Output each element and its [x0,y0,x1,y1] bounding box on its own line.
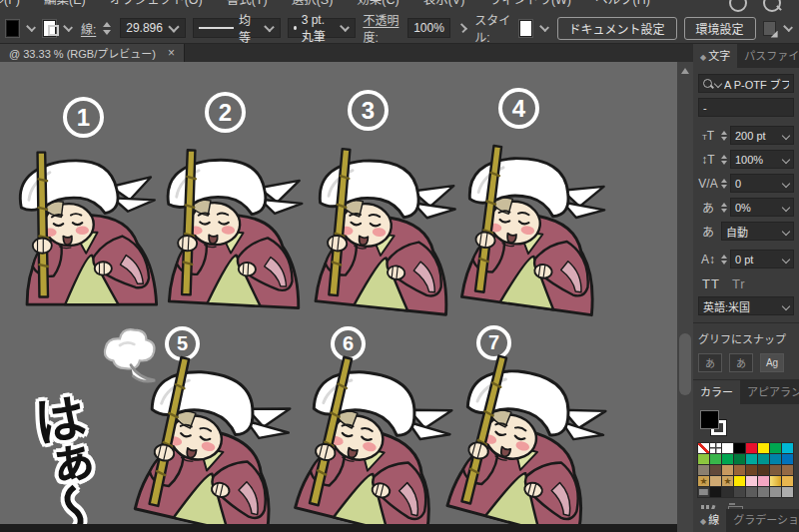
granny-figure-2[interactable] [150,141,320,312]
swatch[interactable] [734,465,745,475]
scroll-up-icon[interactable] [681,68,689,74]
chevron-right-icon[interactable] [457,23,467,33]
swatch[interactable] [734,454,745,464]
tracking-field[interactable]: 0% [730,198,794,217]
swatch[interactable] [722,487,733,497]
menu-view[interactable]: 表示(V) [423,0,465,13]
swatch[interactable] [770,487,781,497]
opacity-label[interactable]: 不透明度: [363,11,400,45]
chevron-down-icon[interactable] [782,255,790,263]
swatch[interactable] [746,465,757,475]
swatch[interactable] [782,465,793,475]
kerning-field[interactable]: 0 [730,174,794,193]
font-style-field[interactable]: - [698,98,794,117]
swatch[interactable] [698,487,709,497]
swatch[interactable] [770,476,781,486]
font-size-field[interactable]: 200 pt [730,126,794,145]
menu-select[interactable]: 選択(S) [292,0,334,13]
chevron-down-icon[interactable] [782,155,790,163]
language-field[interactable]: 英語:米国 [698,296,794,315]
chevron-down-icon[interactable] [168,21,179,32]
width-profile-field[interactable]: 均等 [193,18,281,38]
chevron-down-icon[interactable] [782,179,790,187]
swatch[interactable] [758,454,769,464]
glyph-em-button[interactable]: あ [729,353,753,372]
swatch[interactable] [710,454,721,464]
swatch[interactable] [734,487,745,497]
font-size-stepper[interactable] [721,131,727,141]
chevron-down-icon[interactable] [26,22,36,32]
stroke-weight-field[interactable]: 29.896 [120,18,186,38]
chevron-down-icon[interactable] [64,22,74,32]
chevron-down-icon[interactable] [539,22,549,32]
swatch[interactable] [722,443,733,453]
swatch[interactable] [710,476,721,486]
granny-figure-7[interactable] [426,340,634,532]
tab-pathfinder[interactable]: パスファインダ [737,44,799,68]
vertical-scrollbar[interactable] [677,62,693,532]
tracking-stepper[interactable] [721,203,727,213]
swatch[interactable] [698,443,709,453]
swatch[interactable] [698,465,709,475]
swatch[interactable] [782,443,793,453]
fill-proxy[interactable] [700,410,719,429]
chevron-down-icon[interactable] [714,79,722,87]
artboard-canvas[interactable]: 1 2 3 4 5 6 7 はぁ〜 [0,62,677,532]
brush-definition-field[interactable]: 3 pt. 丸筆 [288,18,356,38]
font-family-field[interactable]: A P-OTF ブフ [698,74,794,93]
tab-character[interactable]: ◆文字 [693,44,737,68]
swatch[interactable] [782,487,793,497]
swatch[interactable] [722,476,733,486]
small-caps-button[interactable]: Tr [732,276,746,291]
swatch[interactable] [710,443,721,453]
fill-stroke-indicator[interactable] [700,410,730,438]
leading-stepper[interactable] [721,155,727,165]
chevron-down-icon[interactable] [782,131,790,139]
swatch[interactable] [770,465,781,475]
opacity-field[interactable]: 100% [407,18,450,38]
scrollbar-thumb[interactable] [679,333,691,395]
swatch[interactable] [746,476,757,486]
glyph-angle-button[interactable]: Ag [760,353,784,372]
tab-appearance[interactable]: アピアランス [740,380,799,404]
fill-color-swatch[interactable] [6,20,19,37]
chevron-down-icon[interactable] [340,22,350,32]
aki-field[interactable]: 自動 [721,222,794,241]
swatch[interactable] [782,476,793,486]
tab-color[interactable]: カラー [693,380,740,404]
chevron-down-icon[interactable] [264,22,275,33]
tab-stroke[interactable]: ◆線 [693,509,726,532]
granny-figure-1[interactable] [8,145,170,308]
document-setup-button[interactable]: ドキュメント設定 [557,17,677,40]
horizontal-scrollbar[interactable] [0,524,693,532]
swatch[interactable] [758,487,769,497]
swatch[interactable] [722,454,733,464]
chevron-down-icon[interactable] [783,22,793,32]
swatch[interactable] [698,454,709,464]
glyph-baseline-button[interactable]: あ [698,353,722,372]
menu-help[interactable]: ヘルプ(H) [595,0,650,13]
swatch[interactable] [746,443,757,453]
stroke-label[interactable]: 線: [81,20,96,37]
swatch[interactable] [746,487,757,497]
menu-object[interactable]: オブジェクト(O) [110,0,203,13]
close-icon[interactable]: × [168,46,175,60]
swatch[interactable] [698,476,709,486]
tab-gradient[interactable]: グラデーション [726,509,799,532]
chevron-down-icon[interactable] [782,301,790,309]
swatch[interactable] [770,443,781,453]
swatch[interactable] [758,443,769,453]
menu-edit[interactable]: 編集(E) [44,0,86,13]
baseline-shift-field[interactable]: 0 pt [730,250,794,268]
granny-figure-4[interactable] [442,134,628,320]
swatch[interactable] [722,465,733,475]
swatch[interactable] [734,476,745,486]
all-caps-button[interactable]: TT [702,276,720,291]
stroke-color-swatch[interactable] [43,20,56,37]
style-swatch[interactable] [519,20,532,37]
chevron-down-icon[interactable] [782,227,790,235]
swatch[interactable] [758,476,769,486]
leading-field[interactable]: 100% [730,150,794,169]
kerning-stepper[interactable] [721,179,727,189]
swatch[interactable] [710,487,721,497]
